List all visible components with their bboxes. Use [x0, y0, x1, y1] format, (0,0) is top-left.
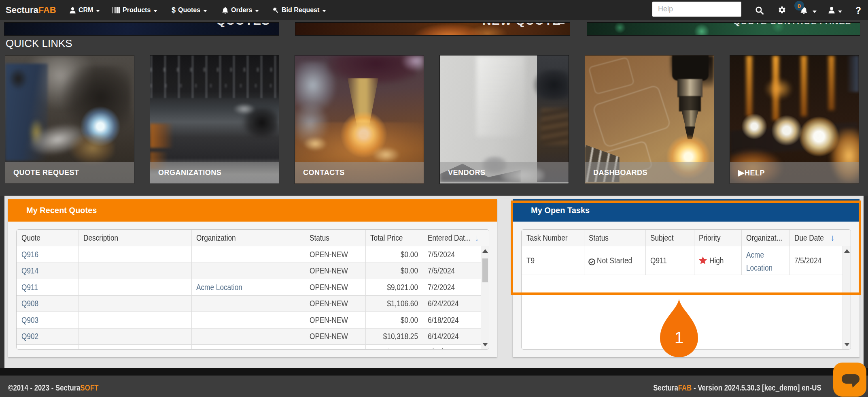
svg-text:1: 1 [675, 329, 683, 346]
